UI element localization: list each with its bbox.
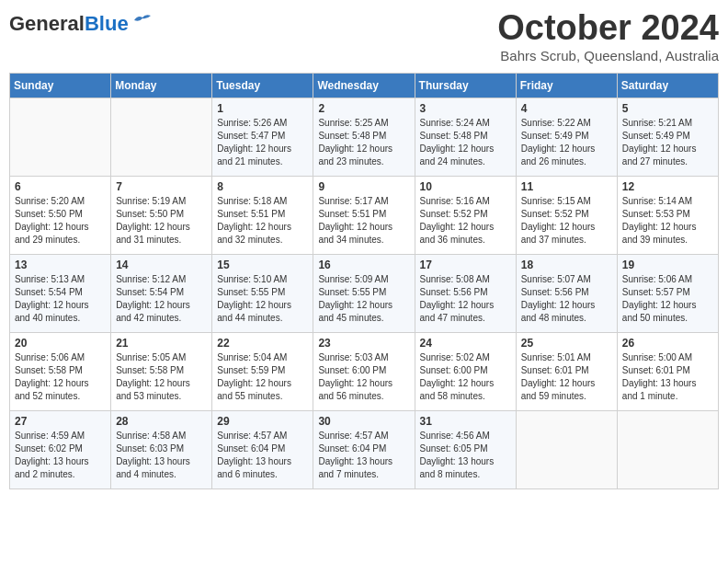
day-number: 30 <box>318 415 409 428</box>
day-info: Sunrise: 5:06 AMSunset: 5:58 PMDaylight:… <box>15 351 106 403</box>
logo-blue: Blue <box>85 12 129 35</box>
calendar-cell: 30Sunrise: 4:57 AMSunset: 6:04 PMDayligh… <box>313 410 415 488</box>
day-number: 15 <box>217 259 308 271</box>
day-info: Sunrise: 4:56 AMSunset: 6:05 PMDaylight:… <box>420 430 511 481</box>
day-number: 31 <box>420 415 511 428</box>
day-number: 27 <box>15 415 106 428</box>
day-info: Sunrise: 5:06 AMSunset: 5:57 PMDaylight:… <box>622 273 713 325</box>
day-info: Sunrise: 5:02 AMSunset: 6:00 PMDaylight:… <box>420 351 511 403</box>
calendar-cell: 7Sunrise: 5:19 AMSunset: 5:50 PMDaylight… <box>111 176 212 254</box>
calendar-cell: 13Sunrise: 5:13 AMSunset: 5:54 PMDayligh… <box>10 254 111 332</box>
calendar-cell: 14Sunrise: 5:12 AMSunset: 5:54 PMDayligh… <box>111 254 212 332</box>
day-info: Sunrise: 4:58 AMSunset: 6:03 PMDaylight:… <box>116 430 207 481</box>
calendar-cell: 4Sunrise: 5:22 AMSunset: 5:49 PMDaylight… <box>516 98 617 176</box>
day-info: Sunrise: 4:59 AMSunset: 6:02 PMDaylight:… <box>15 430 106 481</box>
day-info: Sunrise: 5:10 AMSunset: 5:55 PMDaylight:… <box>217 273 308 325</box>
weekday-header: Saturday <box>617 73 718 98</box>
day-number: 9 <box>318 180 409 193</box>
day-info: Sunrise: 5:22 AMSunset: 5:49 PMDaylight:… <box>521 117 612 168</box>
day-info: Sunrise: 5:13 AMSunset: 5:54 PMDaylight:… <box>15 273 106 325</box>
calendar-cell: 9Sunrise: 5:17 AMSunset: 5:51 PMDaylight… <box>313 176 415 254</box>
day-info: Sunrise: 5:24 AMSunset: 5:48 PMDaylight:… <box>420 117 511 168</box>
day-info: Sunrise: 5:25 AMSunset: 5:48 PMDaylight:… <box>318 117 409 168</box>
calendar-cell: 24Sunrise: 5:02 AMSunset: 6:00 PMDayligh… <box>415 332 516 410</box>
day-number: 25 <box>521 337 612 350</box>
calendar-cell <box>617 410 718 488</box>
day-info: Sunrise: 5:17 AMSunset: 5:51 PMDaylight:… <box>318 195 409 247</box>
weekday-header-row: SundayMondayTuesdayWednesdayThursdayFrid… <box>10 73 719 98</box>
day-info: Sunrise: 5:18 AMSunset: 5:51 PMDaylight:… <box>217 195 308 247</box>
calendar-cell: 19Sunrise: 5:06 AMSunset: 5:57 PMDayligh… <box>617 254 718 332</box>
day-number: 22 <box>217 337 308 350</box>
calendar-table: SundayMondayTuesdayWednesdayThursdayFrid… <box>9 73 719 489</box>
weekday-header: Friday <box>516 73 617 98</box>
calendar-cell: 17Sunrise: 5:08 AMSunset: 5:56 PMDayligh… <box>415 254 516 332</box>
day-info: Sunrise: 5:05 AMSunset: 5:58 PMDaylight:… <box>116 351 207 403</box>
calendar-cell <box>10 98 111 176</box>
weekday-header: Sunday <box>10 73 111 98</box>
day-info: Sunrise: 5:21 AMSunset: 5:49 PMDaylight:… <box>622 117 713 168</box>
calendar-cell: 5Sunrise: 5:21 AMSunset: 5:49 PMDaylight… <box>617 98 718 176</box>
calendar-cell: 16Sunrise: 5:09 AMSunset: 5:55 PMDayligh… <box>313 254 415 332</box>
day-number: 29 <box>217 415 308 428</box>
day-info: Sunrise: 5:26 AMSunset: 5:47 PMDaylight:… <box>217 117 308 168</box>
day-number: 3 <box>420 102 511 115</box>
calendar-week-row: 6Sunrise: 5:20 AMSunset: 5:50 PMDaylight… <box>10 176 719 254</box>
calendar-cell: 31Sunrise: 4:56 AMSunset: 6:05 PMDayligh… <box>415 410 516 488</box>
day-info: Sunrise: 5:01 AMSunset: 6:01 PMDaylight:… <box>521 351 612 403</box>
page-header: GeneralBlue October 2024 Bahrs Scrub, Qu… <box>9 9 719 63</box>
calendar-week-row: 27Sunrise: 4:59 AMSunset: 6:02 PMDayligh… <box>10 410 719 488</box>
day-number: 18 <box>521 259 612 271</box>
weekday-header: Thursday <box>415 73 516 98</box>
day-number: 2 <box>318 102 409 115</box>
day-info: Sunrise: 5:09 AMSunset: 5:55 PMDaylight:… <box>318 273 409 325</box>
day-number: 13 <box>15 259 106 271</box>
calendar-cell: 20Sunrise: 5:06 AMSunset: 5:58 PMDayligh… <box>10 332 111 410</box>
day-info: Sunrise: 5:14 AMSunset: 5:53 PMDaylight:… <box>622 195 713 247</box>
day-info: Sunrise: 5:16 AMSunset: 5:52 PMDaylight:… <box>420 195 511 247</box>
day-number: 10 <box>420 180 511 193</box>
calendar-cell: 15Sunrise: 5:10 AMSunset: 5:55 PMDayligh… <box>212 254 313 332</box>
calendar-cell: 6Sunrise: 5:20 AMSunset: 5:50 PMDaylight… <box>10 176 111 254</box>
day-info: Sunrise: 5:00 AMSunset: 6:01 PMDaylight:… <box>622 351 713 403</box>
day-number: 4 <box>521 102 612 115</box>
day-info: Sunrise: 5:03 AMSunset: 6:00 PMDaylight:… <box>318 351 409 403</box>
day-number: 6 <box>15 180 106 193</box>
day-number: 1 <box>217 102 308 115</box>
day-number: 8 <box>217 180 308 193</box>
calendar-cell <box>516 410 617 488</box>
calendar-cell <box>111 98 212 176</box>
weekday-header: Monday <box>111 73 212 98</box>
day-number: 23 <box>318 337 409 350</box>
calendar-cell: 11Sunrise: 5:15 AMSunset: 5:52 PMDayligh… <box>516 176 617 254</box>
day-info: Sunrise: 4:57 AMSunset: 6:04 PMDaylight:… <box>318 430 409 481</box>
calendar-cell: 21Sunrise: 5:05 AMSunset: 5:58 PMDayligh… <box>111 332 212 410</box>
day-number: 16 <box>318 259 409 271</box>
calendar-week-row: 20Sunrise: 5:06 AMSunset: 5:58 PMDayligh… <box>10 332 719 410</box>
day-info: Sunrise: 5:19 AMSunset: 5:50 PMDaylight:… <box>116 195 207 247</box>
day-number: 17 <box>420 259 511 271</box>
calendar-cell: 29Sunrise: 4:57 AMSunset: 6:04 PMDayligh… <box>212 410 313 488</box>
day-number: 26 <box>622 337 713 350</box>
day-number: 12 <box>622 180 713 193</box>
calendar-cell: 10Sunrise: 5:16 AMSunset: 5:52 PMDayligh… <box>415 176 516 254</box>
day-info: Sunrise: 5:07 AMSunset: 5:56 PMDaylight:… <box>521 273 612 325</box>
logo-general: General <box>9 12 85 35</box>
day-info: Sunrise: 5:15 AMSunset: 5:52 PMDaylight:… <box>521 195 612 247</box>
calendar-week-row: 13Sunrise: 5:13 AMSunset: 5:54 PMDayligh… <box>10 254 719 332</box>
calendar-cell: 27Sunrise: 4:59 AMSunset: 6:02 PMDayligh… <box>10 410 111 488</box>
day-number: 24 <box>420 337 511 350</box>
month-title: October 2024 <box>497 9 719 48</box>
logo-text: GeneralBlue <box>9 14 129 34</box>
calendar-cell: 25Sunrise: 5:01 AMSunset: 6:01 PMDayligh… <box>516 332 617 410</box>
calendar-cell: 26Sunrise: 5:00 AMSunset: 6:01 PMDayligh… <box>617 332 718 410</box>
calendar-cell: 8Sunrise: 5:18 AMSunset: 5:51 PMDaylight… <box>212 176 313 254</box>
calendar-cell: 18Sunrise: 5:07 AMSunset: 5:56 PMDayligh… <box>516 254 617 332</box>
weekday-header: Wednesday <box>313 73 415 98</box>
calendar-cell: 1Sunrise: 5:26 AMSunset: 5:47 PMDaylight… <box>212 98 313 176</box>
calendar-cell: 2Sunrise: 5:25 AMSunset: 5:48 PMDaylight… <box>313 98 415 176</box>
calendar-cell: 22Sunrise: 5:04 AMSunset: 5:59 PMDayligh… <box>212 332 313 410</box>
title-area: October 2024 Bahrs Scrub, Queensland, Au… <box>497 9 719 63</box>
calendar-week-row: 1Sunrise: 5:26 AMSunset: 5:47 PMDaylight… <box>10 98 719 176</box>
day-number: 7 <box>116 180 207 193</box>
